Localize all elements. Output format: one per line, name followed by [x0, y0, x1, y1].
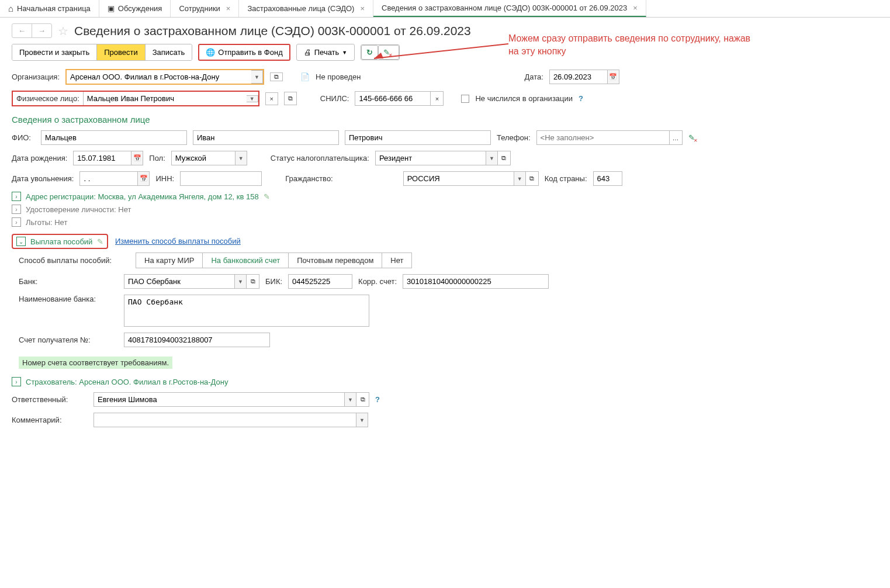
favorite-star-icon[interactable]: ☆	[58, 24, 68, 38]
open-ext-button[interactable]: ⧉	[247, 274, 259, 289]
comment-input[interactable]	[93, 413, 356, 427]
open-ext-button[interactable]: ⧉	[284, 92, 297, 105]
date-input[interactable]	[549, 70, 608, 84]
post-button-group: Провести и закрыть Провести Записать	[12, 44, 192, 61]
tab-employees[interactable]: Сотрудники×	[171, 0, 239, 17]
close-icon[interactable]: ×	[633, 4, 638, 12]
payout-expand-row[interactable]: ⌄ Выплата пособий ✎	[12, 234, 108, 249]
calendar-icon[interactable]	[131, 151, 143, 165]
open-ext-button[interactable]: ⧉	[498, 151, 511, 165]
tab-label: Начальная страница	[17, 4, 91, 13]
calendar-icon[interactable]	[138, 171, 150, 186]
dropdown-icon[interactable]: ▼	[514, 171, 526, 186]
inn-input[interactable]	[180, 171, 262, 186]
address-expand-row[interactable]: › Адрес регистрации: Москва, ул Академик…	[12, 192, 878, 201]
change-payout-method-link[interactable]: Изменить способ выплаты пособий	[115, 237, 241, 245]
svg-marker-1	[374, 53, 383, 58]
tab-insured-form[interactable]: Сведения о застрахованном лице (СЭДО) 00…	[373, 0, 646, 17]
post-button[interactable]: Провести	[97, 44, 146, 60]
account-input[interactable]	[124, 333, 270, 347]
dropdown-icon[interactable]: ▼	[356, 413, 368, 427]
pen-x-icon[interactable]	[688, 133, 699, 142]
bank-label: Банк:	[19, 277, 118, 286]
dob-input[interactable]	[73, 151, 131, 165]
dropdown-icon[interactable]: ▼	[345, 392, 356, 407]
not-in-org-checkbox[interactable]	[461, 95, 469, 103]
bank-name-textarea[interactable]: ПАО Сбербанк	[124, 295, 369, 327]
close-icon[interactable]: ×	[360, 4, 365, 13]
tab-insured-list[interactable]: Застрахованные лица (СЭДО)×	[239, 0, 373, 17]
dropdown-icon[interactable]: ▼	[247, 95, 258, 102]
benefits-expand-row[interactable]: › Льготы: Нет	[12, 217, 878, 227]
seg-none[interactable]: Нет	[382, 253, 412, 268]
date-label: Дата:	[524, 72, 543, 81]
pencil-icon[interactable]: ✎	[97, 237, 103, 246]
dropdown-icon[interactable]: ▼	[251, 70, 263, 84]
person-input[interactable]	[83, 92, 247, 105]
bik-input[interactable]	[288, 274, 352, 289]
country-code-input[interactable]	[593, 171, 622, 186]
chat-icon	[108, 4, 115, 13]
snils-input[interactable]	[355, 91, 431, 106]
payout-method-label: Способ выплаты пособий:	[19, 256, 130, 265]
snils-label: СНИЛС:	[320, 94, 349, 103]
seg-bank[interactable]: На банковский счет	[202, 253, 289, 268]
clear-button[interactable]: ×	[431, 91, 444, 106]
fire-date-input[interactable]	[79, 171, 138, 186]
identity-expand-row[interactable]: › Удостоверение личности: Нет	[12, 205, 878, 214]
post-close-button[interactable]: Провести и закрыть	[12, 44, 97, 60]
clear-button[interactable]: ×	[265, 92, 278, 105]
nav-forward[interactable]: →	[32, 24, 51, 37]
save-button[interactable]: Записать	[146, 44, 192, 60]
account-status-ok: Номер счета соответствует требованиям.	[19, 357, 172, 369]
bank-input[interactable]	[124, 274, 235, 289]
printer-icon	[304, 48, 311, 57]
seg-post[interactable]: Почтовым переводом	[288, 253, 382, 268]
bank-name-label: Наименование банка:	[19, 295, 118, 303]
dropdown-icon[interactable]: ▼	[235, 274, 247, 289]
calendar-icon[interactable]	[608, 70, 619, 84]
sex-input[interactable]	[171, 151, 236, 165]
expand-icon[interactable]: ›	[12, 217, 21, 227]
tax-status-input[interactable]	[375, 151, 486, 165]
identity-text: Удостоверение личности: Нет	[26, 205, 131, 214]
org-input[interactable]	[67, 70, 251, 84]
send-to-fund-button[interactable]: Отправить в Фонд	[198, 44, 290, 61]
help-icon[interactable]: ?	[375, 395, 380, 404]
dob-label: Дата рождения:	[12, 154, 67, 162]
send-label: Отправить в Фонд	[218, 48, 282, 57]
seg-mir[interactable]: На карту МИР	[136, 253, 203, 268]
open-ext-button[interactable]: ⧉	[270, 72, 283, 81]
expand-icon[interactable]: ⌄	[16, 237, 26, 246]
responsible-input[interactable]	[93, 392, 345, 407]
expand-icon[interactable]: ›	[12, 205, 21, 214]
person-label: Физическое лицо:	[13, 92, 83, 105]
not-in-org-label: Не числился в организации	[475, 94, 573, 103]
globe-icon	[206, 48, 215, 57]
close-icon[interactable]: ×	[226, 4, 231, 13]
tab-discussions[interactable]: Обсуждения	[99, 0, 171, 17]
phone-input[interactable]	[536, 130, 670, 145]
firstname-input[interactable]	[193, 130, 339, 145]
dropdown-icon[interactable]: ▼	[486, 151, 498, 165]
pencil-icon[interactable]: ✎	[264, 192, 270, 201]
not-posted-label: Не проведен	[316, 72, 361, 81]
dropdown-icon[interactable]: ▼	[236, 151, 247, 165]
insurer-expand-row[interactable]: › Страхователь: Арсенал ООО. Филиал в г.…	[12, 377, 878, 386]
nav-back[interactable]: ←	[12, 24, 32, 37]
help-icon[interactable]: ?	[579, 94, 583, 103]
tab-home[interactable]: Начальная страница	[0, 0, 99, 17]
section-insured-header: Сведения о застрахованном лице	[12, 115, 878, 124]
middlename-input[interactable]	[345, 130, 491, 145]
tab-bar: Начальная страница Обсуждения Сотрудники…	[0, 0, 890, 18]
payout-method-segments: На карту МИР На банковский счет Почтовым…	[136, 253, 412, 268]
expand-icon[interactable]: ›	[12, 377, 21, 386]
open-ext-button[interactable]: ⧉	[356, 392, 369, 407]
print-button[interactable]: Печать ▼	[296, 44, 355, 61]
open-ext-button[interactable]: ⧉	[526, 171, 539, 186]
expand-icon[interactable]: ›	[12, 192, 21, 201]
corr-input[interactable]	[403, 274, 549, 289]
citizenship-input[interactable]	[403, 171, 514, 186]
lastname-input[interactable]	[41, 130, 187, 145]
more-button[interactable]: …	[670, 130, 683, 145]
